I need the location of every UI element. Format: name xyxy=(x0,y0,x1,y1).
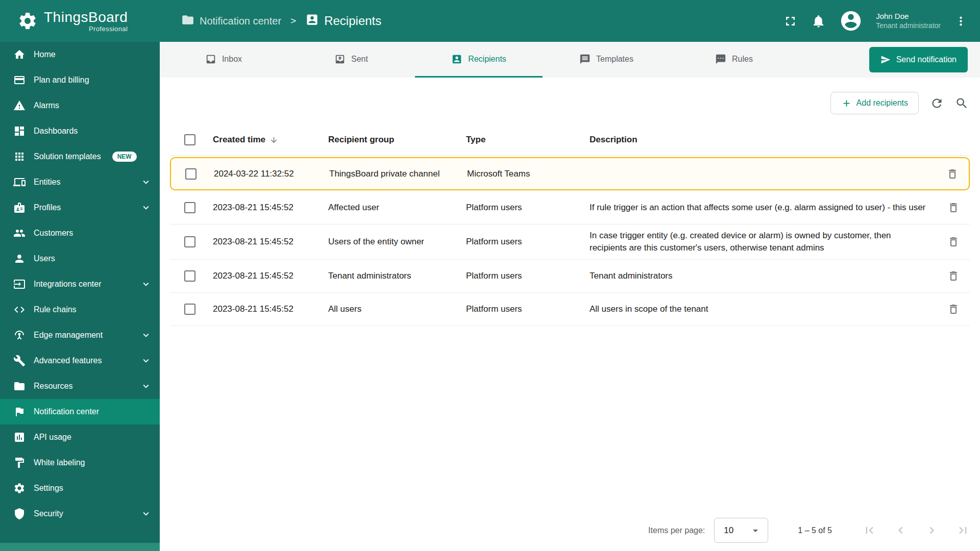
cell-description xyxy=(591,169,936,179)
breadcrumb-notification-center[interactable]: Notification center xyxy=(181,13,281,29)
row-actions xyxy=(937,270,970,282)
row-checkbox[interactable] xyxy=(184,202,195,213)
row-actions xyxy=(936,168,969,180)
sidebar-item-label: Rule chains xyxy=(34,305,77,314)
avatar[interactable] xyxy=(839,9,863,33)
sidebar-item-solution-templates[interactable]: Solution templatesNEW xyxy=(0,144,160,169)
sidebar-item-customers[interactable]: Customers xyxy=(0,220,160,246)
row-checkbox[interactable] xyxy=(184,236,195,247)
cell-created-time: 2023-08-21 15:45:52 xyxy=(213,271,328,281)
send-notification-button[interactable]: Send notification xyxy=(869,47,968,72)
sidebar-item-label: Solution templates xyxy=(34,152,101,161)
apps-icon xyxy=(13,151,26,163)
sidebar-item-label: Users xyxy=(34,254,55,263)
cell-recipient-group: All users xyxy=(328,304,466,314)
table-row[interactable]: 2023-08-21 15:45:52Affected userPlatform… xyxy=(170,191,970,224)
cell-type: Microsoft Teams xyxy=(467,169,591,179)
items-per-page-select[interactable]: 10 xyxy=(714,518,768,543)
new-badge: NEW xyxy=(112,152,137,162)
tab-rules[interactable]: Rules xyxy=(670,42,798,78)
main-content: Add recipients Created time Recipient gr… xyxy=(160,78,980,551)
sidebar-item-notification-center[interactable]: Notification center xyxy=(0,399,160,424)
tab-inbox[interactable]: Inbox xyxy=(160,42,287,78)
templates-icon xyxy=(579,54,591,65)
refresh-icon[interactable] xyxy=(930,96,944,110)
sidebar-item-edge-management[interactable]: Edge management xyxy=(0,322,160,348)
select-all-checkbox[interactable] xyxy=(184,134,195,145)
first-page-icon[interactable] xyxy=(863,523,876,537)
column-header-description[interactable]: Description xyxy=(590,129,937,151)
column-header-type[interactable]: Type xyxy=(466,135,590,145)
sidebar-item-integrations-center[interactable]: Integrations center xyxy=(0,271,160,297)
sidebar-item-label: Resources xyxy=(34,382,72,391)
row-checkbox-cell xyxy=(184,304,213,315)
badge-icon xyxy=(13,202,26,214)
delete-icon[interactable] xyxy=(947,270,960,282)
tabs: InboxSentRecipientsTemplatesRules xyxy=(160,42,798,78)
search-icon[interactable] xyxy=(955,96,969,110)
sidebar-item-users[interactable]: Users xyxy=(0,246,160,271)
warning-icon xyxy=(13,99,26,112)
fullscreen-icon[interactable] xyxy=(783,14,798,29)
delete-icon[interactable] xyxy=(947,303,960,315)
row-checkbox[interactable] xyxy=(185,168,197,180)
row-actions xyxy=(937,303,970,315)
last-page-icon[interactable] xyxy=(956,523,970,537)
chevron-down-icon xyxy=(140,330,152,341)
row-checkbox-cell xyxy=(184,202,213,213)
person-icon xyxy=(13,253,26,265)
row-checkbox[interactable] xyxy=(184,304,195,315)
user-info[interactable]: John Doe Tenant administrator xyxy=(876,12,941,30)
shield-icon xyxy=(13,508,26,520)
user-role: Tenant administrator xyxy=(876,21,941,30)
sidebar-item-white-labeling[interactable]: White labeling xyxy=(0,450,160,475)
next-page-icon[interactable] xyxy=(925,523,939,537)
chevron-down-icon xyxy=(140,355,152,366)
tab-sent[interactable]: Sent xyxy=(287,42,415,78)
cell-description: If rule trigger is an action that affect… xyxy=(590,196,937,219)
tab-label: Rules xyxy=(732,55,753,64)
tab-templates[interactable]: Templates xyxy=(543,42,670,78)
sidebar-item-security[interactable]: Security xyxy=(0,501,160,527)
sidebar-item-api-usage[interactable]: API usage xyxy=(0,424,160,450)
sidebar-item-dashboards[interactable]: Dashboards xyxy=(0,118,160,144)
sidebar-item-rule-chains[interactable]: Rule chains xyxy=(0,297,160,322)
table-row[interactable]: 2023-08-21 15:45:52Users of the entity o… xyxy=(170,224,970,260)
more-vert-icon[interactable] xyxy=(954,14,968,28)
delete-icon[interactable] xyxy=(946,168,959,180)
sidebar-item-plan-and-billing[interactable]: Plan and billing xyxy=(0,67,160,93)
column-header-recipient-group[interactable]: Recipient group xyxy=(328,135,466,145)
send-icon xyxy=(880,55,891,65)
devices-icon xyxy=(13,176,26,188)
previous-page-icon[interactable] xyxy=(894,523,908,537)
sidebar-item-settings[interactable]: Settings xyxy=(0,475,160,501)
sidebar-item-home[interactable]: Home xyxy=(0,42,160,67)
router-icon xyxy=(13,329,26,341)
row-checkbox[interactable] xyxy=(184,270,195,282)
delete-icon[interactable] xyxy=(947,202,960,214)
table-row[interactable]: 2023-08-21 15:45:52Tenant administrators… xyxy=(170,260,970,293)
notifications-bell-icon[interactable] xyxy=(811,14,826,29)
sidebar-item-profiles[interactable]: Profiles xyxy=(0,195,160,220)
code-icon xyxy=(13,304,26,316)
app-logo[interactable]: ThingsBoard Professional xyxy=(0,10,160,33)
sidebar-item-label: Edge management xyxy=(34,331,103,340)
tab-recipients[interactable]: Recipients xyxy=(415,42,543,78)
sidebar-item-advanced-features[interactable]: Advanced features xyxy=(0,348,160,373)
add-recipients-button[interactable]: Add recipients xyxy=(830,92,919,114)
sidebar-item-alarms[interactable]: Alarms xyxy=(0,93,160,118)
row-checkbox-cell xyxy=(184,236,213,247)
tab-label: Inbox xyxy=(222,55,242,64)
table-row[interactable]: 2024-03-22 11:32:52ThingsBoard private c… xyxy=(170,157,970,190)
sidebar-item-label: Customers xyxy=(34,229,73,238)
delete-icon[interactable] xyxy=(947,236,960,248)
sidebar-item-label: Advanced features xyxy=(34,356,102,365)
sidebar-nav: HomePlan and billingAlarmsDashboardsSolu… xyxy=(0,42,160,527)
sidebar-item-entities[interactable]: Entities xyxy=(0,169,160,195)
send-notification-label: Send notification xyxy=(896,55,957,64)
sidebar-item-resources[interactable]: Resources xyxy=(0,373,160,399)
column-header-created-time[interactable]: Created time xyxy=(213,135,328,145)
table-row[interactable]: 2023-08-21 15:45:52All usersPlatform use… xyxy=(170,293,970,326)
sidebar-item-label: API usage xyxy=(34,433,71,442)
paginator: Items per page: 10 1 – 5 of 5 xyxy=(160,518,970,543)
